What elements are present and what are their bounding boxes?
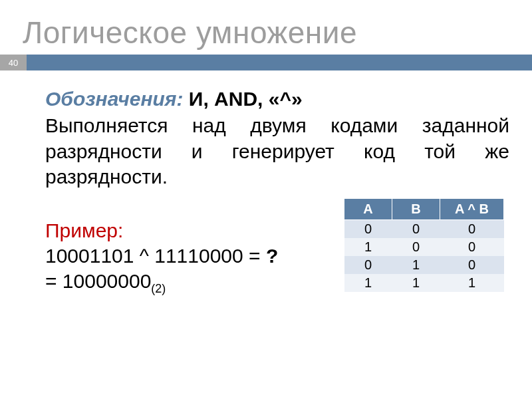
example-result-value: = 10000000 bbox=[45, 270, 151, 292]
notation-value: И, AND, «^» bbox=[189, 88, 303, 110]
cell: 0 bbox=[440, 238, 504, 256]
col-header-a: A bbox=[344, 199, 392, 220]
cell: 0 bbox=[392, 238, 440, 256]
cell: 1 bbox=[344, 274, 392, 292]
table-row: 1 1 1 bbox=[344, 274, 504, 292]
cell: 1 bbox=[392, 256, 440, 274]
table-row: 0 1 0 bbox=[344, 256, 504, 274]
example-result-base: (2) bbox=[151, 282, 166, 295]
col-header-result: A ^ B bbox=[440, 199, 504, 220]
col-header-b: B bbox=[392, 199, 440, 220]
banner-bar bbox=[27, 55, 532, 70]
slide-title: Логическое умножение bbox=[23, 15, 357, 51]
table-row: 1 0 0 bbox=[344, 238, 504, 256]
cell: 0 bbox=[344, 256, 392, 274]
description-text: Выполняется над двумя кодами заданной ра… bbox=[45, 113, 509, 190]
notation-line: Обозначения: И, AND, «^» bbox=[45, 86, 509, 112]
banner: 40 bbox=[0, 55, 532, 70]
table-header-row: A B A ^ B bbox=[344, 199, 504, 220]
cell: 1 bbox=[344, 238, 392, 256]
header: Логическое умножение bbox=[0, 0, 532, 55]
truth-table: A B A ^ B 0 0 0 1 0 0 0 1 0 1 bbox=[344, 198, 504, 292]
cell: 0 bbox=[344, 220, 392, 239]
example-operands: 10001101 ^ 11110000 = bbox=[45, 245, 266, 267]
cell: 1 bbox=[392, 274, 440, 292]
content: Обозначения: И, AND, «^» Выполняется над… bbox=[0, 70, 532, 297]
cell: 1 bbox=[440, 274, 504, 292]
example-question-mark: ? bbox=[266, 245, 278, 267]
cell: 0 bbox=[392, 220, 440, 239]
cell: 0 bbox=[440, 220, 504, 239]
page-number-badge: 40 bbox=[0, 55, 27, 70]
notation-label: Обозначения: bbox=[45, 88, 183, 110]
table-row: 0 0 0 bbox=[344, 220, 504, 239]
cell: 0 bbox=[440, 256, 504, 274]
